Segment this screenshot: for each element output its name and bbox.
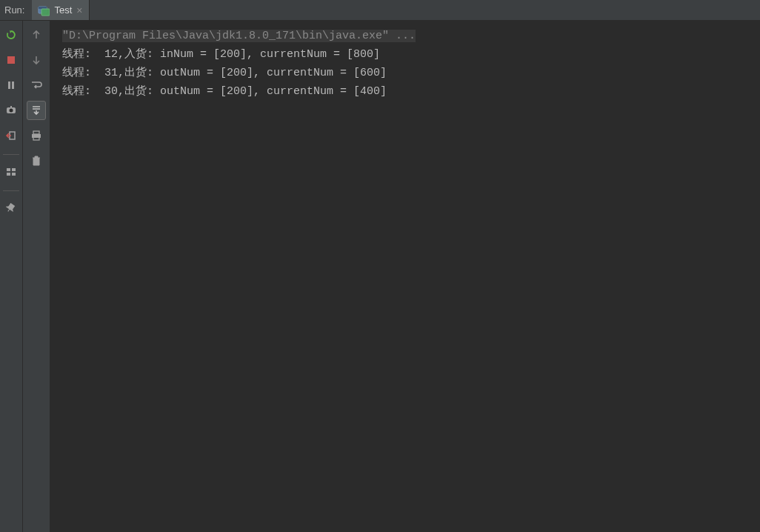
down-button[interactable] [27, 50, 46, 70]
pause-button[interactable] [1, 76, 21, 95]
print-button[interactable] [27, 126, 46, 145]
command-line: "D:\Program Files\Java\jdk1.8.0_171\bin\… [62, 30, 416, 42]
run-header: Run: Test × [0, 0, 760, 21]
application-icon [38, 4, 50, 16]
scroll-to-end-button[interactable] [27, 101, 46, 120]
svg-rect-15 [33, 137, 39, 140]
svg-rect-3 [7, 56, 15, 64]
svg-rect-8 [10, 106, 12, 107]
console-output[interactable]: "D:\Program Files\Java\jdk1.8.0_171\bin\… [50, 21, 760, 532]
svg-rect-11 [7, 173, 10, 176]
run-tab[interactable]: Test × [32, 0, 89, 20]
svg-rect-12 [12, 173, 16, 176]
clear-all-button[interactable] [27, 151, 46, 170]
stop-button[interactable] [1, 50, 21, 70]
exit-button[interactable] [1, 126, 21, 145]
up-button[interactable] [27, 25, 46, 44]
dump-threads-button[interactable] [1, 101, 21, 120]
tab-label: Test [54, 4, 72, 16]
pin-button[interactable] [1, 199, 21, 218]
main: "D:\Program Files\Java\jdk1.8.0_171\bin\… [0, 21, 760, 532]
output-line: 线程: 30,出货: outNum = [200], currentNum = … [62, 82, 760, 101]
divider [3, 154, 19, 155]
run-label: Run: [0, 0, 32, 20]
svg-point-7 [10, 109, 13, 113]
soft-wrap-button[interactable] [27, 76, 46, 95]
svg-rect-5 [12, 82, 14, 89]
output-line: 线程: 31,出货: outNum = [200], currentNum = … [62, 64, 760, 82]
svg-rect-9 [7, 168, 10, 171]
divider [3, 190, 19, 191]
svg-rect-4 [8, 82, 10, 89]
svg-rect-2 [41, 9, 50, 16]
svg-rect-13 [33, 131, 39, 134]
layout-button[interactable] [1, 162, 21, 182]
svg-rect-10 [12, 168, 16, 171]
rerun-button[interactable] [1, 25, 21, 44]
close-icon[interactable]: × [76, 4, 82, 16]
left-gutter-primary [0, 21, 23, 532]
left-gutter-secondary [23, 21, 50, 532]
output-line: 线程: 12,入货: inNum = [200], currentNum = [… [62, 45, 760, 64]
